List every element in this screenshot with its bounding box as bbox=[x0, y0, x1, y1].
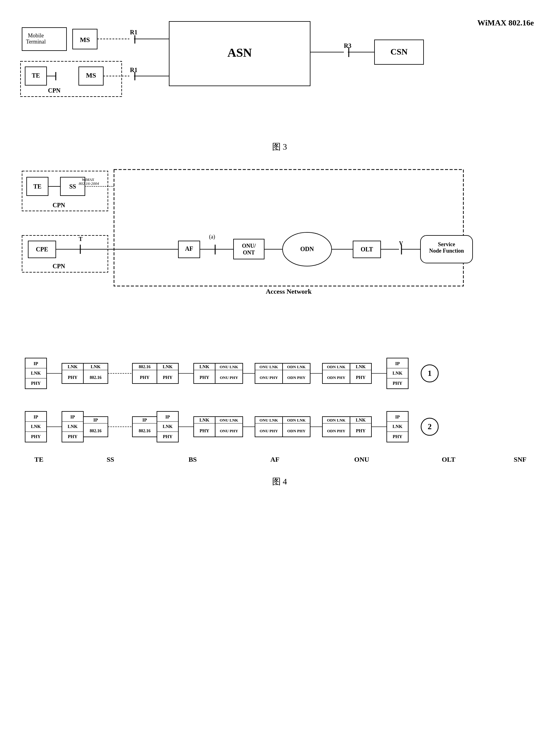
figure4-caption: 图 4 bbox=[18, 476, 541, 487]
svg-text:CSN: CSN bbox=[390, 47, 408, 57]
svg-text:2: 2 bbox=[428, 422, 432, 431]
svg-text:ODN PHY: ODN PHY bbox=[327, 428, 345, 433]
svg-text:CPN: CPN bbox=[52, 202, 65, 208]
svg-text:LNK: LNK bbox=[200, 364, 210, 369]
figure3-svg: Mobile Terminal MS TE MS CPN R1 bbox=[19, 18, 540, 135]
svg-text:PHY: PHY bbox=[68, 434, 77, 439]
svg-text:Terminal: Terminal bbox=[26, 39, 46, 45]
svg-text:SS: SS bbox=[69, 183, 76, 190]
svg-text:ODN LNK: ODN LNK bbox=[327, 364, 346, 369]
svg-text:PHY: PHY bbox=[31, 434, 41, 439]
svg-text:ASN: ASN bbox=[227, 46, 252, 60]
svg-text:ONU LNK: ONU LNK bbox=[220, 364, 239, 369]
svg-text:CPN: CPN bbox=[48, 87, 61, 94]
svg-text:ODN LNK: ODN LNK bbox=[287, 418, 306, 422]
svg-text:ONU PHY: ONU PHY bbox=[260, 428, 278, 433]
svg-text:IP: IP bbox=[142, 418, 147, 422]
svg-text:PHY: PHY bbox=[200, 375, 209, 380]
svg-text:ONU LNK: ONU LNK bbox=[260, 364, 278, 369]
svg-text:ONU PHY: ONU PHY bbox=[260, 375, 278, 380]
label-olt: OLT bbox=[424, 455, 473, 464]
svg-text:CPE: CPE bbox=[36, 246, 48, 252]
svg-text:ODN PHY: ODN PHY bbox=[287, 375, 306, 380]
svg-text:802.16: 802.16 bbox=[90, 375, 102, 380]
wimax-label: WiMAX 802.16e bbox=[477, 18, 534, 28]
svg-text:802.16: 802.16 bbox=[90, 428, 102, 433]
svg-text:LNK: LNK bbox=[31, 371, 41, 376]
svg-rect-5 bbox=[21, 61, 122, 96]
svg-text:LNK: LNK bbox=[356, 364, 366, 369]
svg-text:PHY: PHY bbox=[68, 375, 77, 380]
svg-text:OLT: OLT bbox=[361, 246, 373, 252]
svg-text:ODN PHY: ODN PHY bbox=[327, 375, 345, 380]
svg-text:IP: IP bbox=[165, 415, 170, 419]
svg-rect-21 bbox=[169, 21, 310, 86]
svg-text:ODN PHY: ODN PHY bbox=[287, 428, 306, 433]
page: WiMAX 802.16e Mobile Terminal MS TE MS bbox=[0, 0, 559, 512]
svg-rect-10 bbox=[79, 67, 103, 85]
svg-text:IP: IP bbox=[70, 415, 75, 419]
label-snf: SNF bbox=[506, 455, 534, 464]
svg-text:ONU LNK: ONU LNK bbox=[220, 418, 239, 422]
svg-text:LNK: LNK bbox=[393, 424, 403, 429]
label-ss: SS bbox=[86, 455, 135, 464]
svg-text:LNK: LNK bbox=[356, 418, 366, 422]
svg-rect-6 bbox=[25, 67, 47, 85]
svg-text:LNK: LNK bbox=[91, 364, 101, 369]
svg-text:LNK: LNK bbox=[68, 424, 78, 429]
svg-text:Service: Service bbox=[438, 241, 455, 247]
svg-text:LNK: LNK bbox=[393, 371, 403, 376]
label-bs: BS bbox=[168, 455, 217, 464]
svg-text:LNK: LNK bbox=[200, 418, 210, 422]
svg-text:PHY: PHY bbox=[356, 375, 366, 380]
svg-text:IP: IP bbox=[395, 361, 400, 366]
svg-text:ONU PHY: ONU PHY bbox=[220, 375, 238, 380]
svg-text:ODN: ODN bbox=[300, 246, 314, 252]
label-te: TE bbox=[25, 455, 53, 464]
svg-text:PHY: PHY bbox=[200, 428, 209, 433]
svg-text:Node Function: Node Function bbox=[429, 248, 464, 254]
svg-text:ONU LNK: ONU LNK bbox=[260, 418, 278, 422]
bottom-labels-row: TE SS BS AF ONU OLT SNF bbox=[19, 455, 540, 464]
svg-text:PHY: PHY bbox=[356, 428, 366, 433]
svg-text:LNK: LNK bbox=[163, 424, 173, 429]
svg-text:MS: MS bbox=[86, 71, 96, 79]
svg-text:IP: IP bbox=[34, 361, 38, 366]
svg-text:IP: IP bbox=[34, 415, 38, 419]
svg-text:MS: MS bbox=[80, 36, 90, 44]
svg-text:ODN LNK: ODN LNK bbox=[287, 364, 306, 369]
svg-text:(a): (a) bbox=[209, 234, 215, 240]
svg-text:TE: TE bbox=[32, 72, 40, 79]
figure4-svg: TE SS CPN WiMAX 802.16-2004 BS bbox=[19, 165, 540, 349]
svg-text:IP: IP bbox=[93, 418, 98, 422]
svg-text:802.16: 802.16 bbox=[139, 364, 151, 369]
protocol-row-1: IP LNK PHY LNK PHY LNK 802.16 8 bbox=[19, 352, 540, 402]
svg-text:ODN LNK: ODN LNK bbox=[327, 418, 346, 422]
svg-text:PHY: PHY bbox=[393, 434, 402, 439]
svg-text:TE: TE bbox=[33, 183, 42, 190]
svg-text:LNK: LNK bbox=[163, 364, 173, 369]
svg-text:T: T bbox=[79, 236, 83, 242]
label-af: AF bbox=[250, 455, 299, 464]
svg-rect-50 bbox=[114, 170, 463, 286]
svg-text:802.16: 802.16 bbox=[139, 428, 151, 433]
figure4-diagram: TE SS CPN WiMAX 802.16-2004 BS bbox=[19, 165, 540, 349]
figure3-caption: 图 3 bbox=[18, 141, 541, 153]
svg-text:1: 1 bbox=[428, 369, 432, 378]
svg-text:PHY: PHY bbox=[31, 381, 41, 386]
svg-rect-3 bbox=[73, 29, 97, 49]
svg-text:PHY: PHY bbox=[163, 375, 173, 380]
svg-text:ONU PHY: ONU PHY bbox=[220, 428, 238, 433]
svg-text:CPN: CPN bbox=[52, 263, 65, 269]
label-onu: ONU bbox=[333, 455, 391, 464]
svg-text:LNK: LNK bbox=[68, 364, 78, 369]
svg-text:ONT: ONT bbox=[243, 249, 255, 256]
svg-text:AF: AF bbox=[185, 245, 193, 252]
svg-text:PHY: PHY bbox=[140, 375, 150, 380]
svg-text:PHY: PHY bbox=[393, 381, 402, 386]
svg-text:802.16-2004: 802.16-2004 bbox=[79, 181, 99, 186]
svg-text:PHY: PHY bbox=[163, 434, 173, 439]
protocol-row-2: IP LNK PHY IP LNK PHY IP 802.16 bbox=[19, 405, 540, 455]
svg-text:IP: IP bbox=[395, 415, 400, 419]
svg-text:Mobile: Mobile bbox=[28, 32, 44, 39]
